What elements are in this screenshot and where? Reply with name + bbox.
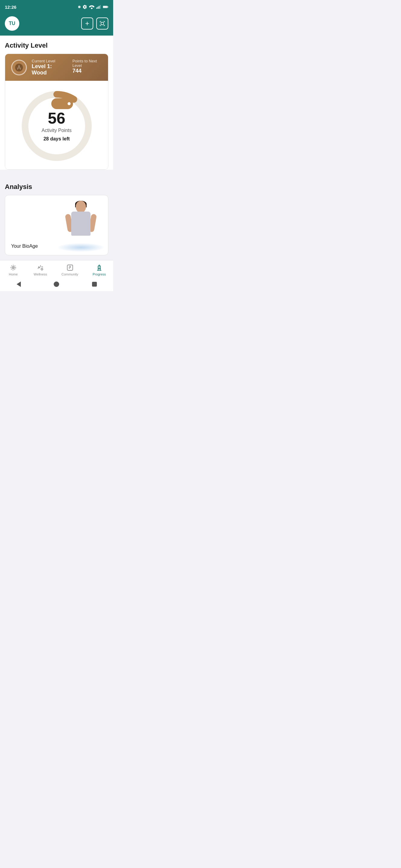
bioage-label: Your BioAge	[11, 244, 38, 249]
progress-nav-icon	[96, 264, 103, 271]
wood-icon	[15, 63, 24, 72]
nav-community[interactable]: Community	[59, 264, 82, 277]
svg-rect-0	[96, 7, 97, 9]
svg-rect-2	[99, 6, 99, 9]
activity-level-card: Current Level Level 1: Wood Points to Ne…	[5, 54, 108, 170]
bottom-nav: Home Wellness Community Progress	[0, 260, 113, 278]
current-level-group: Current Level Level 1: Wood	[32, 59, 63, 76]
status-time: 12:26	[5, 4, 16, 10]
svg-point-16	[70, 266, 70, 267]
points-group: Points to Next Level 744	[73, 59, 102, 76]
svg-rect-7	[101, 22, 104, 25]
signal-icon	[96, 5, 101, 9]
community-nav-label: Community	[62, 273, 79, 276]
wellness-nav-label: Wellness	[34, 273, 47, 276]
woman-figure	[63, 201, 99, 255]
progress-nav-label: Progress	[93, 273, 106, 276]
woman-body	[71, 212, 90, 236]
svg-point-13	[13, 267, 13, 268]
woman-glow	[57, 243, 105, 252]
recents-button[interactable]	[92, 282, 97, 287]
app-header: TU	[0, 13, 113, 36]
svg-rect-1	[97, 7, 98, 9]
nav-progress[interactable]: Progress	[90, 264, 109, 277]
svg-rect-3	[100, 5, 101, 9]
points-to-next-label: Points to Next Level	[73, 59, 102, 68]
status-icons	[78, 4, 108, 9]
back-button[interactable]	[17, 281, 21, 287]
points-to-next-value: 744	[73, 68, 102, 74]
android-nav-bar	[0, 278, 113, 291]
wifi-icon	[89, 5, 94, 9]
nav-wellness[interactable]: Wellness	[31, 264, 50, 277]
activity-points-label: Activity Points	[41, 128, 72, 133]
activity-header-info: Current Level Level 1: Wood Points to Ne…	[32, 59, 102, 76]
header-actions	[81, 18, 108, 30]
analysis-section: Analysis Your BioAge	[0, 177, 113, 255]
bioage-image	[54, 198, 108, 255]
bioage-card[interactable]: Your BioAge	[5, 195, 108, 255]
settings-status-icon	[82, 4, 87, 9]
activity-level-title: Activity Level	[5, 41, 108, 50]
sim-dot	[78, 6, 81, 8]
svg-point-17	[99, 268, 100, 269]
svg-point-14	[41, 268, 43, 270]
community-nav-icon	[66, 264, 74, 271]
activity-card-header: Current Level Level 1: Wood Points to Ne…	[5, 54, 108, 81]
home-nav-label: Home	[9, 273, 18, 276]
progress-indicator	[51, 98, 73, 109]
circle-progress-section: 56 Activity Points 28 days left	[5, 81, 108, 169]
analysis-title: Analysis	[5, 183, 108, 191]
scan-button[interactable]	[96, 18, 108, 30]
current-level-label: Current Level	[32, 59, 63, 63]
android-home-button[interactable]	[54, 281, 59, 287]
svg-rect-6	[107, 6, 108, 7]
battery-icon	[103, 5, 108, 9]
svg-rect-5	[103, 6, 107, 7]
wellness-nav-icon	[37, 264, 44, 271]
user-avatar[interactable]: TU	[5, 16, 19, 31]
add-button[interactable]	[81, 18, 93, 30]
progress-circle-container: 56 Activity Points 28 days left	[21, 90, 93, 162]
main-content: Activity Level Current Level Level 1: Wo…	[0, 36, 113, 170]
level-icon	[11, 60, 27, 75]
home-nav-icon	[10, 264, 17, 271]
woman-head	[76, 201, 86, 213]
plus-icon	[84, 21, 90, 27]
circle-center-text: 56 Activity Points 28 days left	[41, 110, 72, 142]
status-bar: 12:26	[0, 0, 113, 13]
days-left: 28 days left	[41, 136, 72, 142]
scan-icon	[99, 21, 105, 27]
indicator-dot	[67, 102, 70, 105]
nav-home[interactable]: Home	[4, 264, 22, 277]
activity-points-number: 56	[41, 110, 72, 126]
current-level-value: Level 1: Wood	[32, 63, 63, 76]
